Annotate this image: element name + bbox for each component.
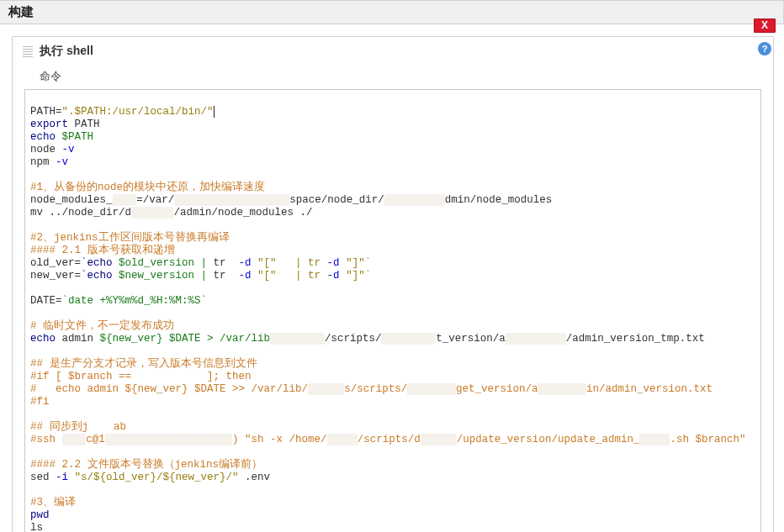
step-title: 执行 shell <box>40 44 93 59</box>
section-header: 构建 <box>0 0 784 24</box>
command-label: 命令 <box>40 69 763 84</box>
build-step-shell: X ? 执行 shell 命令 PATH=".$PATH:/usr/local/… <box>12 36 774 532</box>
delete-step-button[interactable]: X <box>754 18 776 33</box>
drag-handle-icon[interactable] <box>23 45 33 57</box>
shell-command-textarea[interactable]: PATH=".$PATH:/usr/local/bin/" export PAT… <box>24 89 761 532</box>
